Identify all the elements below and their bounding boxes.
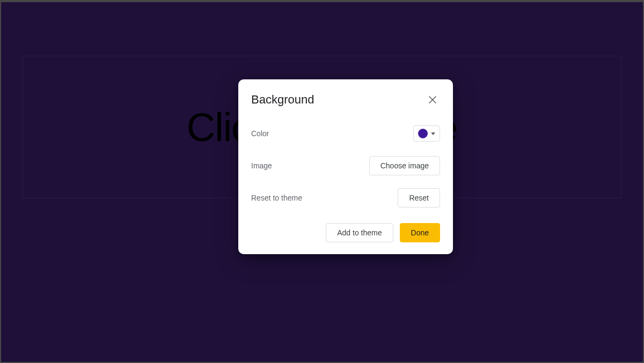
image-label: Image xyxy=(251,161,272,170)
color-label: Color xyxy=(251,129,269,138)
reset-row: Reset to theme Reset xyxy=(251,188,440,208)
add-to-theme-button[interactable]: Add to theme xyxy=(326,223,393,242)
done-button[interactable]: Done xyxy=(400,223,440,242)
choose-image-button[interactable]: Choose image xyxy=(369,156,440,175)
reset-label: Reset to theme xyxy=(251,194,302,202)
slide-canvas: Click to add title Click to add subtitle… xyxy=(1,2,643,362)
image-row: Image Choose image xyxy=(251,155,440,176)
chevron-down-icon xyxy=(431,132,435,135)
dialog-title: Background xyxy=(251,93,314,107)
color-picker-button[interactable] xyxy=(413,125,440,142)
dialog-header: Background xyxy=(251,92,440,107)
dialog-footer: Add to theme Done xyxy=(251,223,440,242)
color-row: Color xyxy=(251,123,440,144)
reset-button[interactable]: Reset xyxy=(398,188,440,208)
close-button[interactable] xyxy=(425,92,440,107)
color-swatch xyxy=(418,129,428,138)
close-icon xyxy=(428,95,437,104)
background-dialog: Background Color Image Choose image Rese… xyxy=(238,79,453,254)
